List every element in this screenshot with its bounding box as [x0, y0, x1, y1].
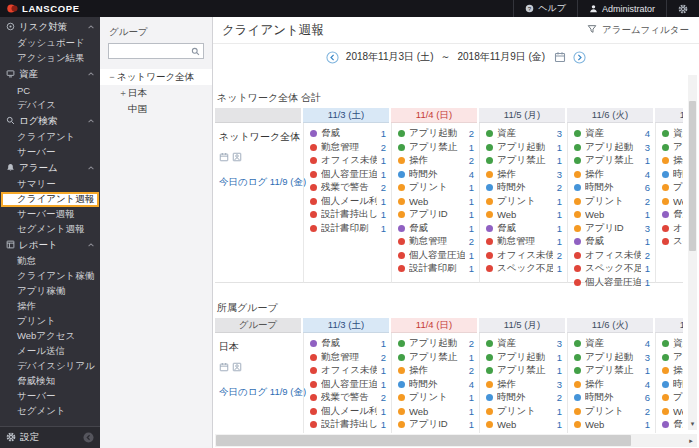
- alarm-count[interactable]: 2: [469, 236, 474, 247]
- alarm-item[interactable]: 個人容量圧迫1: [304, 168, 391, 182]
- prev-week-button[interactable]: [326, 51, 339, 64]
- alarm-count[interactable]: 1: [645, 263, 650, 274]
- vertical-scrollbar-thumb[interactable]: [689, 101, 696, 251]
- alarm-count[interactable]: 1: [469, 263, 474, 274]
- alarm-count[interactable]: 1: [557, 406, 562, 417]
- alarm-count[interactable]: 3: [645, 142, 650, 153]
- alarm-count[interactable]: 1: [557, 155, 562, 166]
- alarm-item[interactable]: プリント2: [568, 405, 655, 419]
- alarm-item[interactable]: アプリ起動3: [568, 141, 655, 155]
- sidebar-item-4-4[interactable]: プリント: [0, 314, 100, 329]
- log-user-icon[interactable]: [232, 148, 242, 166]
- alarm-item[interactable]: アプリ禁止1: [392, 351, 479, 365]
- sidebar-item-1-0[interactable]: PC: [0, 83, 100, 98]
- alarm-item[interactable]: プリント: [656, 391, 683, 405]
- sidebar-item-4-2[interactable]: アプリ稼働: [0, 284, 100, 299]
- alarm-item[interactable]: アプリ禁止1: [568, 154, 655, 168]
- alarm-count[interactable]: 4: [469, 169, 474, 180]
- sidebar-item-4-7[interactable]: デバイスシリアル: [0, 359, 100, 374]
- alarm-item[interactable]: プリント1: [392, 391, 479, 405]
- alarm-item[interactable]: 残業で警告2: [304, 181, 391, 195]
- alarm-count[interactable]: 3: [557, 128, 562, 139]
- tree-node-0[interactable]: −ネットワーク全体: [100, 69, 212, 85]
- alarm-item[interactable]: アプリID3: [568, 432, 655, 434]
- alarm-count[interactable]: 1: [381, 223, 386, 234]
- alarm-count[interactable]: 1: [381, 196, 386, 207]
- alarm-count[interactable]: 4: [645, 338, 650, 349]
- alarm-count[interactable]: 1: [469, 142, 474, 153]
- today-log-link[interactable]: 今日のログ 11/9 (金): [219, 386, 306, 397]
- alarm-item[interactable]: 操作3: [480, 378, 567, 392]
- alarm-item[interactable]: アプリ起動2: [392, 127, 479, 141]
- alarm-count[interactable]: 1: [381, 338, 386, 349]
- admin-settings-button[interactable]: [666, 0, 699, 17]
- alarm-item[interactable]: プリント: [656, 181, 683, 195]
- alarm-count[interactable]: 3: [645, 223, 650, 234]
- sidebar-item-1-1[interactable]: デバイス: [0, 98, 100, 113]
- alarm-count[interactable]: 1: [645, 155, 650, 166]
- alarm-count[interactable]: 1: [469, 223, 474, 234]
- alarm-item[interactable]: オフィス未使用2: [568, 249, 655, 263]
- alarm-item[interactable]: 設計書持出し1: [304, 418, 391, 432]
- alarm-item[interactable]: 設計書印刷1: [392, 262, 479, 276]
- sidebar-item-4-6[interactable]: メール送信: [0, 344, 100, 359]
- sidebar-item-0-1[interactable]: アクション結果: [0, 51, 100, 66]
- alarm-item[interactable]: 操作4: [568, 168, 655, 182]
- sidebar-item-3-2[interactable]: サーバー週報: [0, 207, 100, 222]
- alarm-item[interactable]: Web1: [392, 195, 479, 209]
- alarm-item[interactable]: 設計書持出し1: [304, 208, 391, 222]
- alarm-item[interactable]: プリント2: [568, 195, 655, 209]
- sidebar-item-2-0[interactable]: クライアント: [0, 130, 100, 145]
- calendar-icon[interactable]: [554, 51, 566, 63]
- sidebar-section-1[interactable]: 資産: [0, 66, 100, 83]
- alarm-item[interactable]: 操作: [656, 364, 683, 378]
- alarm-count[interactable]: 4: [645, 169, 650, 180]
- alarm-item[interactable]: オフィス未使用2: [480, 249, 567, 263]
- alarm-item[interactable]: 資産3: [480, 337, 567, 351]
- alarm-count[interactable]: 4: [645, 379, 650, 390]
- alarm-count[interactable]: 2: [645, 406, 650, 417]
- alarm-count[interactable]: 1: [469, 182, 474, 193]
- alarm-item[interactable]: スペック不足: [656, 235, 683, 249]
- alarm-item[interactable]: 脅威1: [304, 127, 391, 141]
- alarm-count[interactable]: 1: [469, 419, 474, 430]
- sidebar-item-4-1[interactable]: クライアント稼働: [0, 269, 100, 284]
- alarm-item[interactable]: 資産: [656, 127, 683, 141]
- alarm-item[interactable]: 脅威1: [480, 432, 567, 434]
- alarm-item[interactable]: アプリ起動3: [568, 351, 655, 365]
- sidebar-item-4-8[interactable]: 脅威検知: [0, 374, 100, 389]
- alarm-item[interactable]: 残業で警告2: [304, 391, 391, 405]
- alarm-item[interactable]: 個人メール利用1: [304, 405, 391, 419]
- alarm-item[interactable]: 時間外6: [568, 181, 655, 195]
- sidebar-item-3-1[interactable]: クライアント週報: [1, 192, 99, 207]
- alarm-item[interactable]: 脅威1: [568, 235, 655, 249]
- alarm-item[interactable]: アプリ禁止1: [480, 154, 567, 168]
- alarm-item[interactable]: オフィス未使用: [656, 222, 683, 236]
- alarm-count[interactable]: 1: [381, 209, 386, 220]
- next-week-button[interactable]: [573, 51, 586, 64]
- alarm-count[interactable]: 3: [645, 352, 650, 363]
- alarm-item[interactable]: 資産3: [480, 127, 567, 141]
- alarm-count[interactable]: 2: [557, 182, 562, 193]
- alarm-count[interactable]: 2: [557, 392, 562, 403]
- alarm-count[interactable]: 1: [645, 277, 650, 288]
- alarm-count[interactable]: 1: [469, 406, 474, 417]
- alarm-item[interactable]: 勤怠管理2: [304, 141, 391, 155]
- alarm-count[interactable]: 2: [469, 128, 474, 139]
- alarm-item[interactable]: 時間外2: [480, 391, 567, 405]
- alarm-item[interactable]: アプリ禁止1: [480, 364, 567, 378]
- alarm-item[interactable]: プリント1: [480, 195, 567, 209]
- alarm-count[interactable]: 1: [557, 365, 562, 376]
- alarm-count[interactable]: 2: [469, 365, 474, 376]
- alarm-item[interactable]: 個人容量圧迫1: [568, 276, 655, 290]
- alarm-item[interactable]: 設計書印刷1: [304, 222, 391, 236]
- alarm-count[interactable]: 1: [381, 406, 386, 417]
- alarm-count[interactable]: 2: [381, 392, 386, 403]
- alarm-count[interactable]: 1: [557, 196, 562, 207]
- tree-expander[interactable]: ＋: [118, 87, 128, 100]
- alarm-count[interactable]: 1: [557, 223, 562, 234]
- alarm-count[interactable]: 1: [381, 379, 386, 390]
- alarm-item[interactable]: オフィス未使用: [656, 432, 683, 434]
- horizontal-scrollbar-thumb[interactable]: [216, 435, 631, 446]
- user-menu[interactable]: Administrator: [577, 0, 666, 17]
